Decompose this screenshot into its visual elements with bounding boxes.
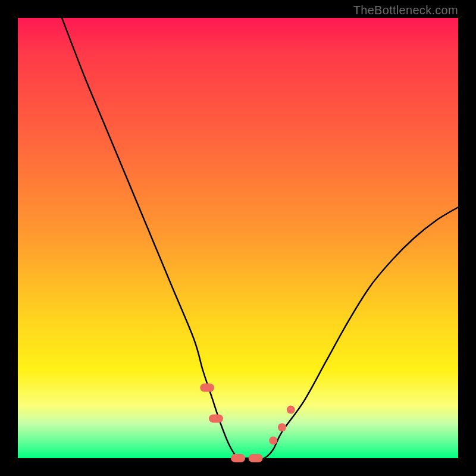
marker-right-cluster-3 bbox=[287, 406, 295, 414]
marker-right-cluster-1 bbox=[269, 436, 277, 444]
marker-left-cluster-2 bbox=[209, 414, 223, 422]
marker-left-cluster-1 bbox=[200, 384, 214, 392]
marker-right-cluster-2 bbox=[278, 423, 286, 431]
watermark-text: TheBottleneck.com bbox=[353, 4, 458, 17]
bottleneck-curve-line bbox=[62, 18, 458, 459]
plot-area bbox=[18, 18, 458, 458]
data-markers bbox=[200, 384, 295, 462]
curve-path bbox=[62, 18, 458, 459]
chart-svg bbox=[18, 18, 458, 458]
marker-floor-1 bbox=[231, 454, 245, 462]
chart-frame: TheBottleneck.com bbox=[0, 0, 476, 476]
marker-floor-2 bbox=[249, 454, 263, 462]
